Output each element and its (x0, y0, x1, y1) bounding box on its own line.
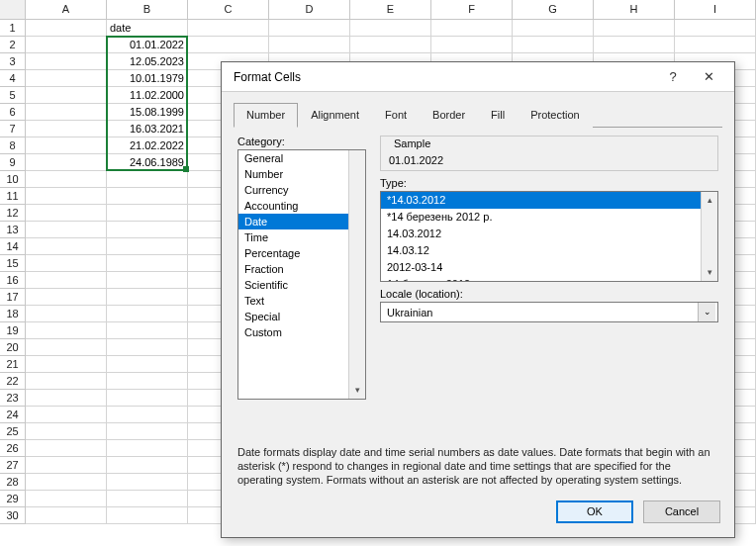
row-header[interactable]: 24 (0, 407, 26, 423)
cell-B8[interactable]: 21.02.2022 (107, 137, 188, 154)
cell-B4[interactable]: 10.01.1979 (107, 70, 188, 87)
cell-A1[interactable] (26, 20, 107, 37)
cell-A29[interactable] (26, 491, 107, 507)
cell-C2[interactable] (188, 37, 269, 53)
type-item[interactable]: 14.03.2012 (381, 226, 717, 242)
cell-B14[interactable] (107, 238, 188, 255)
cell-A22[interactable] (26, 373, 107, 390)
cancel-button[interactable]: Cancel (643, 500, 720, 523)
cell-B19[interactable] (107, 322, 188, 339)
select-all-corner[interactable] (0, 0, 26, 19)
cell-A28[interactable] (26, 474, 107, 491)
cell-H2[interactable] (594, 37, 675, 53)
row-header[interactable]: 19 (0, 322, 26, 339)
column-header-H[interactable]: H (594, 0, 675, 19)
category-item[interactable]: Currency (238, 182, 365, 198)
row-header[interactable]: 21 (0, 356, 26, 373)
category-item[interactable]: Fraction (238, 261, 365, 277)
tab-font[interactable]: Font (372, 103, 420, 128)
column-header-F[interactable]: F (431, 0, 513, 19)
column-header-A[interactable]: A (26, 0, 107, 19)
cell-B11[interactable] (107, 188, 188, 205)
cell-A10[interactable] (26, 171, 107, 188)
row-header[interactable]: 6 (0, 104, 26, 121)
cell-A13[interactable] (26, 222, 107, 238)
scroll-up-icon[interactable]: ▴ (708, 192, 712, 209)
column-header-B[interactable]: B (107, 0, 188, 19)
cell-G1[interactable] (513, 20, 594, 37)
row-header[interactable]: 1 (0, 20, 26, 37)
cell-A3[interactable] (26, 53, 107, 70)
column-header-G[interactable]: G (513, 0, 594, 19)
cell-B24[interactable] (107, 407, 188, 423)
column-header-C[interactable]: C (188, 0, 269, 19)
type-item[interactable]: *14.03.2012 (381, 192, 717, 209)
close-button[interactable]: ✕ (691, 69, 726, 84)
cell-A17[interactable] (26, 289, 107, 306)
row-header[interactable]: 28 (0, 474, 26, 491)
category-item[interactable]: Special (238, 309, 365, 324)
row-header[interactable]: 10 (0, 171, 26, 188)
cell-A19[interactable] (26, 322, 107, 339)
category-item[interactable]: Custom (238, 324, 365, 340)
category-listbox[interactable]: GeneralNumberCurrencyAccountingDateTimeP… (237, 149, 366, 400)
cell-A16[interactable] (26, 272, 107, 289)
cell-A18[interactable] (26, 306, 107, 322)
cell-A4[interactable] (26, 70, 107, 87)
tab-border[interactable]: Border (420, 103, 478, 128)
cell-B25[interactable] (107, 423, 188, 440)
tab-alignment[interactable]: Alignment (298, 103, 372, 128)
cell-A20[interactable] (26, 339, 107, 356)
category-item[interactable]: Text (238, 293, 365, 309)
cell-A2[interactable] (26, 37, 107, 53)
cell-B27[interactable] (107, 457, 188, 474)
cell-H1[interactable] (594, 20, 675, 37)
help-button[interactable]: ? (655, 69, 691, 84)
row-header[interactable]: 14 (0, 238, 26, 255)
cell-A26[interactable] (26, 440, 107, 457)
row-header[interactable]: 30 (0, 507, 26, 524)
cell-A21[interactable] (26, 356, 107, 373)
cell-A15[interactable] (26, 255, 107, 272)
cell-A7[interactable] (26, 121, 107, 137)
cell-B15[interactable] (107, 255, 188, 272)
row-header[interactable]: 11 (0, 188, 26, 205)
cell-B17[interactable] (107, 289, 188, 306)
cell-B28[interactable] (107, 474, 188, 491)
cell-B22[interactable] (107, 373, 188, 390)
row-header[interactable]: 2 (0, 37, 26, 53)
cell-B5[interactable]: 11.02.2000 (107, 87, 188, 104)
type-item[interactable]: 2012-03-14 (381, 259, 717, 276)
cell-B3[interactable]: 12.05.2023 (107, 53, 188, 70)
cell-I1[interactable] (675, 20, 756, 37)
column-header-I[interactable]: I (675, 0, 756, 19)
cell-A6[interactable] (26, 104, 107, 121)
cell-A24[interactable] (26, 407, 107, 423)
cell-B30[interactable] (107, 507, 188, 524)
cell-I2[interactable] (675, 37, 756, 53)
scrollbar[interactable]: ▾ (348, 150, 365, 399)
scrollbar[interactable]: ▴ ▾ (701, 192, 717, 281)
row-header[interactable]: 17 (0, 289, 26, 306)
cell-B10[interactable] (107, 171, 188, 188)
row-header[interactable]: 5 (0, 87, 26, 104)
cell-E1[interactable] (350, 20, 431, 37)
cell-A14[interactable] (26, 238, 107, 255)
row-header[interactable]: 12 (0, 205, 26, 222)
type-item[interactable]: 14 березня 2012 р. (381, 276, 717, 282)
column-header-D[interactable]: D (269, 0, 350, 19)
type-listbox[interactable]: *14.03.2012*14 березень 2012 р.14.03.201… (380, 191, 718, 282)
cell-A9[interactable] (26, 154, 107, 171)
cell-B6[interactable]: 15.08.1999 (107, 104, 188, 121)
category-item[interactable]: Time (238, 229, 365, 245)
cell-E2[interactable] (350, 37, 431, 53)
cell-B20[interactable] (107, 339, 188, 356)
cell-B26[interactable] (107, 440, 188, 457)
cell-A12[interactable] (26, 205, 107, 222)
column-header-E[interactable]: E (350, 0, 431, 19)
row-header[interactable]: 18 (0, 306, 26, 322)
row-header[interactable]: 22 (0, 373, 26, 390)
cell-A8[interactable] (26, 137, 107, 154)
locale-dropdown[interactable]: Ukrainian ⌄ (380, 302, 718, 322)
row-header[interactable]: 26 (0, 440, 26, 457)
